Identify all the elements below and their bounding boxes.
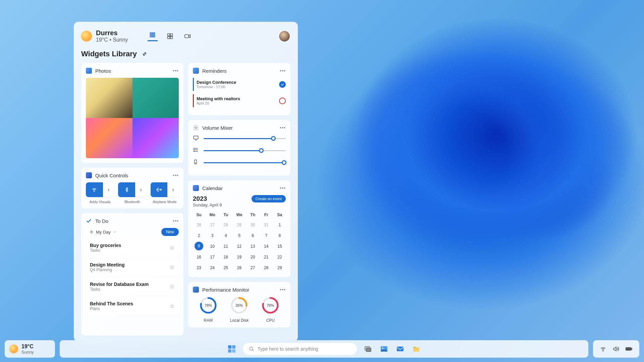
reminders-menu[interactable]: ••• (280, 68, 286, 73)
calendar-day[interactable]: 11 (220, 242, 232, 251)
calendar-day[interactable]: 25 (220, 263, 232, 273)
calendar-day[interactable]: 17 (206, 252, 218, 262)
star-icon[interactable]: ☆ (169, 244, 175, 251)
todo-menu[interactable]: ••• (173, 218, 179, 224)
photos-menu[interactable]: ••• (173, 68, 179, 73)
calendar-day[interactable]: 12 (233, 242, 245, 251)
svg-point-21 (194, 148, 194, 149)
volume-icon[interactable] (612, 346, 619, 352)
volume-slider[interactable] (193, 159, 286, 166)
perf-ring: 26% (230, 297, 248, 314)
calendar-day[interactable]: 13 (247, 242, 259, 251)
quick-control-toggle[interactable] (118, 182, 135, 197)
svg-rect-42 (366, 348, 371, 352)
svg-rect-46 (413, 348, 419, 352)
photos-app-icon[interactable] (379, 344, 389, 354)
calendar-day[interactable]: 8 (274, 231, 286, 240)
volume-menu[interactable]: ••• (280, 125, 286, 130)
calendar-day[interactable]: 5 (233, 231, 245, 240)
reminder-item[interactable]: Meeting with realtorsApril 20 (193, 94, 286, 107)
quick-controls-icon (86, 172, 92, 178)
quick-control-expand[interactable]: › (135, 182, 147, 197)
calendar-day[interactable]: 10 (206, 242, 218, 251)
photos-widget: Photos ••• (81, 63, 183, 163)
battery-icon[interactable] (625, 346, 633, 352)
quick-control-expand[interactable]: › (103, 182, 114, 197)
calendar-day[interactable]: 20 (247, 252, 259, 262)
taskbar-search[interactable]: Type here to search anything (243, 343, 357, 355)
svg-point-39 (250, 347, 253, 350)
calendar-day[interactable]: 1 (274, 220, 286, 230)
calendar-day[interactable]: 21 (260, 252, 272, 262)
calendar-day[interactable]: 2 (193, 231, 205, 240)
calendar-day[interactable]: 7 (260, 231, 272, 240)
calendar-day[interactable]: 30 (247, 220, 259, 230)
photos-title: Photos (95, 68, 169, 74)
quick-control-toggle[interactable] (86, 182, 103, 197)
calendar-day[interactable]: 26 (193, 220, 205, 230)
start-button[interactable] (227, 344, 237, 354)
todo-item[interactable]: Buy groceriesTasks ☆ (86, 239, 179, 256)
calendar-day[interactable]: 28 (220, 220, 232, 230)
photos-grid[interactable] (86, 78, 179, 158)
calendar-day[interactable]: 6 (247, 231, 259, 240)
star-icon[interactable]: ☆ (169, 283, 175, 290)
reminder-item[interactable]: Design ConferenceTomorrow - 17:00 (193, 78, 286, 91)
svg-rect-49 (626, 348, 631, 350)
todo-new-button[interactable]: New (161, 228, 179, 236)
create-event-button[interactable]: Create an event (252, 195, 286, 202)
tab-apps-icon[interactable] (165, 31, 175, 41)
quick-control-item: › Addy Visuals (86, 182, 114, 204)
quick-controls-menu[interactable]: ••• (173, 173, 179, 178)
calendar-day[interactable]: 9 (195, 242, 203, 250)
todo-item[interactable]: Behind The ScenesPlans ☆ (86, 298, 179, 314)
todo-icon (86, 218, 92, 224)
calendar-day[interactable]: 3 (206, 231, 218, 240)
svg-point-15 (195, 127, 197, 129)
calendar-day[interactable]: 31 (260, 220, 272, 230)
weather-summary[interactable]: Durres 19°C • Sunny (81, 29, 128, 43)
calendar-day[interactable]: 26 (233, 263, 245, 273)
svg-point-25 (195, 163, 196, 163)
performance-menu[interactable]: ••• (280, 287, 286, 292)
user-avatar[interactable] (278, 30, 290, 42)
quick-control-toggle[interactable] (151, 182, 168, 197)
expand-icon[interactable] (142, 51, 148, 57)
wifi-icon[interactable] (600, 346, 606, 352)
calendar-day[interactable]: 24 (206, 263, 218, 273)
tab-library-icon[interactable] (148, 31, 158, 41)
perf-label: Local Disk (230, 318, 249, 323)
calendar-day[interactable]: 19 (233, 252, 245, 262)
calendar-day[interactable]: 14 (260, 242, 272, 251)
quick-control-expand[interactable]: › (167, 182, 179, 197)
mail-app-icon[interactable] (395, 344, 405, 354)
tab-video-icon[interactable] (182, 31, 193, 41)
calendar-day[interactable]: 29 (274, 263, 286, 273)
todo-item[interactable]: Design MeetingQ4 Planning ☆ (86, 259, 179, 276)
svg-point-44 (382, 348, 383, 349)
volume-slider[interactable] (193, 147, 286, 154)
taskbar-weather[interactable]: 19°C Sunny (5, 340, 55, 358)
quick-control-label: Bluetooth (118, 200, 146, 204)
task-view-icon[interactable] (363, 344, 373, 354)
calendar-day[interactable]: 27 (206, 220, 218, 230)
todo-item[interactable]: Revise for Database ExamTasks ☆ (86, 278, 179, 295)
perf-item: 26% Local Disk (230, 297, 249, 323)
star-icon[interactable]: ☆ (169, 302, 175, 310)
volume-slider[interactable] (193, 135, 286, 142)
calendar-day[interactable]: 23 (193, 263, 205, 273)
calendar-day[interactable]: 15 (274, 242, 286, 251)
taskbar-condition: Sunny (21, 350, 34, 355)
svg-line-40 (252, 350, 254, 351)
calendar-day[interactable]: 27 (247, 263, 259, 273)
todo-myday-dropdown[interactable]: My Day (86, 228, 120, 236)
calendar-day[interactable]: 4 (220, 231, 232, 240)
explorer-app-icon[interactable] (411, 344, 421, 354)
calendar-day[interactable]: 22 (274, 252, 286, 262)
star-icon[interactable]: ☆ (169, 263, 175, 271)
calendar-menu[interactable]: ••• (280, 185, 286, 191)
calendar-day[interactable]: 16 (193, 252, 205, 262)
calendar-day[interactable]: 28 (260, 263, 272, 273)
calendar-day[interactable]: 29 (233, 220, 245, 230)
calendar-day[interactable]: 18 (220, 252, 232, 262)
